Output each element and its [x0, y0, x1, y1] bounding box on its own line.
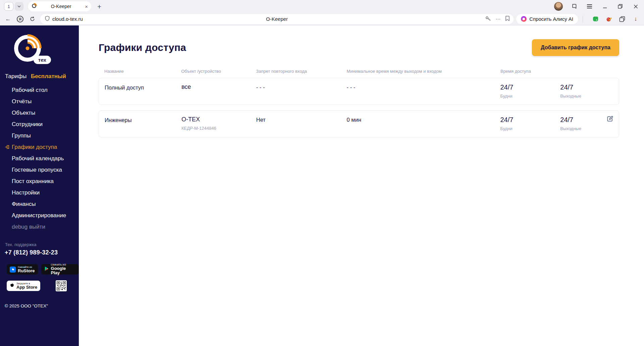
qr-code [56, 280, 67, 291]
passwords-key-icon[interactable] [485, 16, 491, 22]
weekdays-time: 24/7 Будни [500, 83, 560, 99]
yandex-home-icon[interactable]: Я [16, 16, 24, 22]
appstore-big-text: App Store [16, 285, 37, 290]
tariff-label: Тарифы [5, 73, 26, 79]
alice-label: Спросить Алису AI [529, 16, 573, 22]
tab-title: O-Keeper [40, 4, 82, 9]
col-header-access-time: Время доступа [500, 69, 560, 74]
sidebar-item-debug-logout[interactable]: debug выйти [0, 221, 79, 233]
weekend-time: 24/7 Выходные [560, 116, 613, 131]
bookmarks-panel-icon[interactable] [570, 3, 578, 9]
tab-strip: 1 O-Keeper × + [0, 0, 644, 13]
bookmark-icon[interactable] [505, 16, 509, 22]
app-page: тех Тарифы Бесплатный Рабочий стол Отчёт… [0, 25, 644, 346]
avatar[interactable] [554, 2, 563, 11]
sidebar-item-employees[interactable]: Сотрудники [0, 119, 79, 130]
main-content: Графики доступа Добавить график доступа … [79, 25, 644, 346]
edit-pencil-icon [606, 119, 614, 124]
schedule-name: Инженеры [105, 116, 181, 131]
add-schedule-button[interactable]: Добавить график доступа [532, 39, 619, 56]
menu-icon[interactable] [585, 4, 594, 8]
google-play-badge[interactable]: СКАЧАТЬ ИЗ Google Play [41, 264, 79, 275]
sidebar-item-groups[interactable]: Группы [0, 130, 79, 141]
sidebar-item-access-schedules[interactable]: Графики доступа [0, 141, 79, 153]
no-reentry-value: Нет [256, 116, 347, 131]
ask-alice-button[interactable]: Спросить Алису AI [516, 14, 578, 24]
sidebar-item-reports[interactable]: Отчёты [0, 96, 79, 107]
tab-close-icon[interactable]: × [85, 4, 88, 9]
notes-extension-icon[interactable] [604, 16, 613, 22]
new-tab-button[interactable]: + [95, 3, 103, 10]
tab-counter[interactable]: 1 [4, 2, 23, 11]
rustore-icon [10, 267, 16, 273]
chevron-down-icon[interactable] [15, 2, 23, 11]
min-time-value: - - - [347, 83, 500, 99]
address-bar: ← Я cloud.o-tex.ru O-Keeper ⋯ Спроси [0, 13, 644, 25]
toolbar-divider [583, 16, 583, 22]
rustore-badge[interactable]: Скачайте из RuStore [7, 264, 38, 275]
weekdays-value: 24/7 [500, 116, 560, 124]
schedule-object: все [181, 83, 191, 90]
google-play-icon [44, 266, 49, 273]
tariff-row[interactable]: Тарифы Бесплатный [5, 73, 79, 80]
sidebar-item-work-calendar[interactable]: Рабочий календарь [0, 153, 79, 164]
sidebar-item-guest-passes[interactable]: Гостевые пропуска [0, 164, 79, 176]
active-tab[interactable]: O-Keeper × [28, 1, 91, 11]
weekdays-time: 24/7 Будни [500, 116, 560, 131]
collections-extension-icon[interactable] [618, 16, 627, 22]
sidebar-item-guard-post[interactable]: Пост охранника [0, 176, 79, 187]
col-header-min-time: Минимальное время между выходом и входом [347, 69, 500, 74]
profile-avatar[interactable] [554, 2, 563, 11]
col-header-name: Название [104, 69, 181, 74]
weekdays-label: Будни [500, 94, 560, 99]
shield-icon[interactable] [45, 16, 50, 22]
store-badges-row-2: Загрузите в App Store [7, 280, 79, 291]
gplay-big-text: Google Play [51, 266, 76, 275]
rustore-big-text: RuStore [18, 269, 35, 273]
sidebar-item-finance[interactable]: Финансы [0, 198, 79, 210]
weekend-label: Выходные [560, 94, 613, 99]
col-header-object: Объект /устройство [181, 69, 256, 74]
table-row[interactable]: Полный доступ все - - - - - - 24/7 Будни… [99, 78, 619, 105]
minimize-icon[interactable] [600, 4, 609, 9]
apple-icon [10, 283, 14, 289]
min-time-value: 0 мин [347, 116, 500, 131]
weekend-label: Выходные [560, 126, 613, 131]
weekend-value: 24/7 [560, 116, 613, 124]
sidebar-item-administration[interactable]: Администрирование [0, 210, 79, 221]
table-row[interactable]: Инженеры O-TEX КЕДР-М-1244846 Нет 0 мин … [99, 110, 619, 137]
page-title-in-bar: O-Keeper [40, 16, 514, 22]
sidebar: тех Тарифы Бесплатный Рабочий стол Отчёт… [0, 25, 79, 346]
weekdays-label: Будни [500, 126, 560, 131]
schedule-name: Полный доступ [105, 83, 181, 99]
evernote-extension-icon[interactable] [591, 16, 600, 22]
downloads-icon[interactable]: ↓ [631, 16, 640, 22]
schedule-object-device: КЕДР-М-1244846 [181, 126, 256, 131]
alice-icon [521, 16, 527, 22]
store-badges-row-1: Скачайте из RuStore СКАЧАТЬ ИЗ Google Pl… [7, 264, 79, 275]
copyright: © 2025 ООО "ОТЕХ" [5, 303, 79, 308]
logo-text: тех [38, 57, 46, 63]
sidebar-item-desktop[interactable]: Рабочий стол [0, 84, 79, 96]
edit-schedule-button[interactable] [606, 115, 614, 124]
support-label: Тех. поддержка [5, 242, 79, 247]
url-field[interactable]: cloud.o-tex.ru O-Keeper ⋯ [40, 14, 514, 24]
restore-window-icon[interactable] [616, 4, 625, 9]
tab-count-badge[interactable]: 1 [4, 2, 13, 11]
close-window-icon[interactable] [631, 4, 640, 9]
url-text[interactable]: cloud.o-tex.ru [52, 16, 83, 22]
otex-logo[interactable]: тех [11, 32, 79, 66]
browser-chrome: 1 O-Keeper × + [0, 0, 644, 25]
page-title: Графики доступа [99, 42, 186, 53]
main-header: Графики доступа Добавить график доступа [99, 39, 619, 56]
back-icon[interactable]: ← [4, 16, 12, 22]
refresh-icon[interactable] [28, 16, 36, 22]
app-store-badge[interactable]: Загрузите в App Store [7, 281, 40, 291]
weekend-time: 24/7 Выходные [560, 83, 613, 99]
tariff-value: Бесплатный [31, 73, 66, 79]
sidebar-item-objects[interactable]: Объекты [0, 107, 79, 119]
schedule-object: O-TEX [181, 116, 256, 123]
more-icon[interactable]: ⋯ [495, 16, 500, 22]
sidebar-item-settings[interactable]: Настройки [0, 187, 79, 198]
enter-icon [5, 145, 10, 151]
